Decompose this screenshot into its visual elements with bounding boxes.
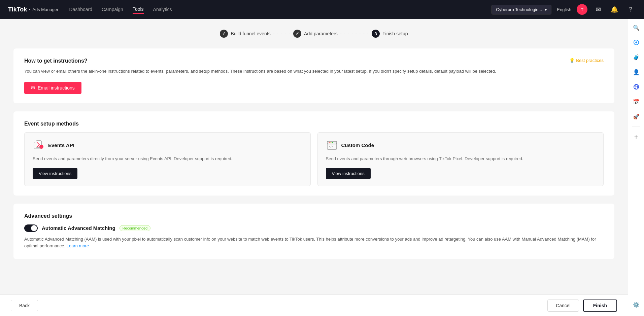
advanced-settings-title: Advanced settings (24, 213, 604, 219)
svg-point-12 (330, 142, 331, 143)
best-practices-link[interactable]: 💡 Best practices (569, 58, 604, 63)
lightbulb-icon: 💡 (569, 58, 575, 63)
messages-icon[interactable]: ✉ (593, 4, 604, 15)
custom-code-description: Send events and parameters through web b… (326, 155, 596, 163)
back-button[interactable]: Back (11, 300, 38, 311)
language-selector[interactable]: English (557, 7, 571, 12)
email-instructions-button[interactable]: ✉ Email instructions (24, 82, 81, 94)
custom-code-view-button[interactable]: View instructions (326, 168, 371, 179)
card-header: How to get instructions? 💡 Best practice… (24, 58, 604, 64)
aam-toggle[interactable] (24, 224, 38, 232)
svg-text:→: → (40, 145, 43, 149)
svg-rect-10 (327, 141, 337, 144)
learn-more-link[interactable]: Learn more (67, 243, 89, 248)
methods-grid: → Events API Send events and parameters … (24, 132, 604, 186)
step-3-circle: 3 (372, 30, 380, 38)
account-name: Cyberpro Technologie... (496, 7, 542, 12)
cancel-button[interactable]: Cancel (547, 300, 579, 312)
sidebar-settings-icon[interactable]: ⚙️ (630, 299, 642, 311)
account-selector[interactable]: Cyberpro Technologie... ▾ (492, 5, 551, 14)
step-2-label: Add parameters (304, 31, 338, 36)
logo-dot: · (29, 7, 30, 12)
custom-code-card: </> Custom Code Send events and paramete… (317, 132, 604, 186)
nav-right-section: Cyberpro Technologie... ▾ English T ✉ 🔔 … (492, 4, 636, 15)
sidebar-pixel-icon[interactable] (630, 36, 642, 48)
custom-code-title: Custom Code (341, 142, 374, 148)
instructions-description: You can view or email others the all-in-… (24, 68, 604, 75)
logo-tiktok-text: TikTok (8, 6, 27, 13)
step-3: 3 Finish setup (372, 30, 408, 38)
toggle-knob (31, 225, 37, 231)
nav-analytics[interactable]: Analytics (153, 5, 172, 13)
events-api-card: → Events API Send events and parameters … (24, 132, 311, 186)
chevron-down-icon: ▾ (545, 7, 547, 12)
best-practices-label: Best practices (576, 58, 604, 63)
events-api-description: Send events and parameters directly from… (33, 155, 302, 163)
step-1-circle: ✓ (220, 30, 228, 38)
sidebar-send-icon[interactable]: 🚀 (630, 110, 642, 122)
step-3-label: Finish setup (382, 31, 408, 36)
step-2: ✓ Add parameters (293, 30, 338, 38)
nav-tools[interactable]: Tools (133, 5, 144, 14)
svg-point-11 (329, 142, 330, 143)
bottom-right-actions: Cancel Finish (547, 300, 617, 312)
sidebar-divider (632, 127, 640, 127)
custom-code-icon: </> (326, 139, 338, 151)
advanced-settings-card: Advanced settings Automatic Advanced Mat… (13, 204, 614, 259)
email-icon: ✉ (31, 85, 35, 91)
svg-point-13 (332, 142, 333, 143)
svg-point-1 (635, 41, 637, 43)
events-api-header: → Events API (33, 139, 302, 151)
email-instructions-label: Email instructions (38, 85, 75, 91)
recommended-badge: Recommended (120, 225, 151, 231)
custom-code-header: </> Custom Code (326, 139, 596, 151)
step-2-circle: ✓ (293, 30, 301, 38)
aam-desc-text: Automatic Advanced Matching (AAM) is use… (24, 237, 596, 249)
instructions-card: How to get instructions? 💡 Best practice… (13, 48, 614, 103)
sidebar-globe-icon[interactable] (630, 81, 642, 93)
user-avatar[interactable]: T (577, 4, 587, 15)
sidebar-calendar-icon[interactable]: 📅 (630, 96, 642, 108)
top-navigation: TikTok · Ads Manager Dashboard Campaign … (0, 0, 644, 19)
right-sidebar: 🔍 🧳 👤 📅 🚀 + ⚙️ (628, 0, 644, 316)
sidebar-add-icon[interactable]: + (630, 131, 642, 143)
aam-title: Automatic Advanced Matching (42, 225, 115, 231)
app-logo: TikTok · Ads Manager (8, 6, 59, 13)
event-setup-title: Event setup methods (24, 121, 604, 127)
step-1: ✓ Build funnel events (220, 30, 270, 38)
main-content: ✓ Build funnel events - - - - - ✓ Add pa… (0, 19, 628, 316)
finish-button[interactable]: Finish (583, 300, 617, 312)
notifications-icon[interactable]: 🔔 (609, 4, 620, 15)
instructions-title: How to get instructions? (24, 58, 88, 64)
events-api-icon: → (33, 139, 45, 151)
nav-dashboard[interactable]: Dashboard (69, 5, 93, 13)
svg-text:</>: </> (329, 145, 333, 148)
event-setup-card: Event setup methods → Events API (13, 111, 614, 196)
aam-description: Automatic Advanced Matching (AAM) is use… (24, 236, 604, 250)
aam-header: Automatic Advanced Matching Recommended (24, 224, 604, 232)
sidebar-bag-icon[interactable]: 🧳 (630, 51, 642, 63)
events-api-title: Events API (48, 142, 74, 148)
logo-sub-text: Ads Manager (32, 7, 58, 12)
nav-campaign[interactable]: Campaign (102, 5, 123, 13)
sidebar-search-icon[interactable]: 🔍 (630, 22, 642, 34)
step-1-label: Build funnel events (231, 31, 270, 36)
nav-links: Dashboard Campaign Tools Analytics (69, 5, 481, 14)
stepper: ✓ Build funnel events - - - - - ✓ Add pa… (13, 30, 614, 38)
sidebar-users-icon[interactable]: 👤 (630, 66, 642, 78)
events-api-view-button[interactable]: View instructions (33, 168, 77, 179)
step-dashes-1: - - - - - (273, 31, 291, 36)
bottom-bar: Back Cancel Finish (0, 294, 628, 316)
step-dashes-2: - - - - - - - - (340, 31, 369, 36)
help-icon[interactable]: ? (625, 4, 636, 15)
